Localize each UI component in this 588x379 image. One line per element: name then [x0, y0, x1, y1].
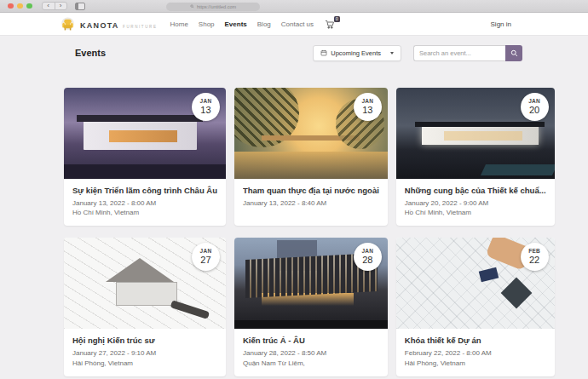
- event-datetime: January 20, 2022 - 9:00 AM: [405, 199, 546, 207]
- url-text: https://untitled.com: [197, 4, 236, 9]
- cart-count-badge: 0: [334, 16, 341, 23]
- logo-tagline: FURNITURE: [123, 25, 157, 29]
- badge-month: JAN: [200, 249, 212, 255]
- forward-button[interactable]: ›: [55, 3, 66, 9]
- search-icon: [190, 4, 194, 9]
- event-datetime: January 28, 2022 - 8:50 AM: [243, 349, 379, 357]
- browser-toolbar: ‹ › https://untitled.com: [0, 0, 588, 13]
- upcoming-events-dropdown[interactable]: Upcoming Events: [313, 45, 401, 61]
- back-button[interactable]: ‹: [43, 3, 55, 9]
- search-icon: [510, 49, 518, 57]
- page-title: Events: [75, 48, 106, 58]
- badge-month: FEB: [528, 249, 540, 255]
- site-logo[interactable]: KANOTA FURNITURE: [60, 16, 158, 32]
- upcoming-events-label: Upcoming Events: [331, 49, 381, 57]
- chevron-down-icon: [390, 52, 394, 55]
- events-grid: JAN 13 Sự kiện Triển lãm công trình Châu…: [64, 88, 522, 376]
- event-card[interactable]: JAN 20 Những cung bậc của Thiết kế chuẩ.…: [396, 88, 555, 226]
- event-location: Hải Phòng, Vietnam: [72, 359, 217, 367]
- event-location: Hồ Chí Minh, Vietnam: [72, 209, 217, 216]
- event-date-badge: JAN 20: [521, 93, 549, 121]
- event-title[interactable]: Những cung bậc của Thiết kế chuẩ...: [405, 186, 546, 196]
- event-card-body: Sự kiện Triển lãm công trình Châu Âu Jan…: [64, 179, 226, 226]
- logo-text-block: KANOTA FURNITURE: [80, 16, 158, 32]
- history-buttons: ‹ ›: [42, 2, 67, 10]
- sign-in-link[interactable]: Sign in: [491, 20, 511, 28]
- event-datetime: February 22, 2022 - 8:00 AM: [405, 349, 546, 357]
- event-location: Hải Phòng, Vietnam: [405, 359, 546, 367]
- event-datetime: January 13, 2022 - 8:40 AM: [243, 199, 379, 207]
- page-toolbar-right: Upcoming Events: [313, 45, 522, 61]
- cart-button[interactable]: 0: [325, 20, 337, 29]
- event-location: Hồ Chí Minh, Vietnam: [405, 209, 546, 216]
- badge-month: JAN: [528, 99, 540, 105]
- site-header: KANOTA FURNITURE Home Shop Events Blog C…: [0, 13, 588, 36]
- event-card[interactable]: JAN 13 Sự kiện Triển lãm công trình Châu…: [64, 88, 226, 226]
- logo-name: KANOTA: [80, 21, 119, 30]
- nav-item-blog[interactable]: Blog: [257, 20, 271, 28]
- calendar-icon: [320, 49, 327, 56]
- nav-item-contact[interactable]: Contact us: [281, 20, 314, 28]
- badge-month: JAN: [361, 99, 373, 105]
- event-title[interactable]: Sự kiện Triển lãm công trình Châu Âu: [72, 186, 217, 196]
- event-card[interactable]: JAN 13 Tham quan thực địa tại nước ngoài…: [234, 88, 388, 226]
- event-title[interactable]: Tham quan thực địa tại nước ngoài: [243, 186, 379, 196]
- event-title[interactable]: Kiến trúc Á - ÂU: [243, 336, 379, 346]
- nav-item-shop[interactable]: Shop: [199, 20, 215, 28]
- badge-day: 20: [529, 106, 539, 115]
- event-date-badge: JAN 13: [192, 93, 220, 121]
- event-title[interactable]: Hội nghị Kiến trúc sư: [72, 336, 217, 346]
- event-card[interactable]: FEB 22 Khóa thiết kế Dự án February 22, …: [396, 238, 555, 376]
- event-search: [413, 45, 522, 61]
- zoom-window-button[interactable]: [26, 3, 32, 9]
- event-date-badge: JAN 13: [354, 93, 382, 121]
- event-date-badge: FEB 22: [521, 243, 549, 271]
- event-card-body: Kiến trúc Á - ÂU January 28, 2022 - 8:50…: [234, 329, 388, 376]
- badge-day: 22: [529, 256, 539, 265]
- nav-item-events[interactable]: Events: [225, 20, 247, 28]
- minimize-window-button[interactable]: [17, 3, 23, 9]
- event-card-body: Những cung bậc của Thiết kế chuẩ... Janu…: [396, 179, 555, 226]
- event-title[interactable]: Khóa thiết kế Dự án: [405, 336, 546, 346]
- search-button[interactable]: [505, 45, 522, 61]
- address-bar[interactable]: https://untitled.com: [166, 3, 260, 11]
- badge-day: 27: [200, 256, 210, 265]
- sidebar-toggle-icon[interactable]: [75, 3, 85, 10]
- badge-day: 13: [362, 106, 372, 115]
- event-location: [243, 209, 379, 216]
- event-date-badge: JAN 28: [354, 243, 382, 271]
- event-card[interactable]: JAN 27 Hội nghị Kiến trúc sư January 27,…: [64, 238, 226, 376]
- event-card-body: Khóa thiết kế Dự án February 22, 2022 - …: [396, 329, 555, 376]
- event-card[interactable]: JAN 28 Kiến trúc Á - ÂU January 28, 2022…: [234, 238, 388, 376]
- event-location: Quận Nam Từ Liêm,: [243, 359, 379, 367]
- event-card-body: Hội nghị Kiến trúc sư January 27, 2022 -…: [64, 329, 226, 376]
- badge-day: 28: [362, 256, 372, 265]
- event-card-body: Tham quan thực địa tại nước ngoài Januar…: [234, 179, 388, 226]
- badge-month: JAN: [361, 249, 373, 255]
- page-toolbar: Events Upcoming Events: [75, 43, 522, 62]
- armchair-logo-icon: [60, 17, 76, 32]
- nav-item-home[interactable]: Home: [170, 20, 188, 28]
- browser-window: ‹ › https://untitled.com: [0, 0, 588, 379]
- window-controls: [8, 3, 32, 9]
- main-nav: Home Shop Events Blog Contact us: [170, 20, 314, 28]
- event-datetime: January 27, 2022 - 9:10 AM: [72, 349, 217, 357]
- search-input[interactable]: [413, 45, 505, 61]
- badge-day: 13: [200, 106, 210, 115]
- event-datetime: January 13, 2022 - 8:00 AM: [72, 199, 217, 207]
- close-window-button[interactable]: [8, 3, 14, 9]
- badge-month: JAN: [200, 99, 212, 105]
